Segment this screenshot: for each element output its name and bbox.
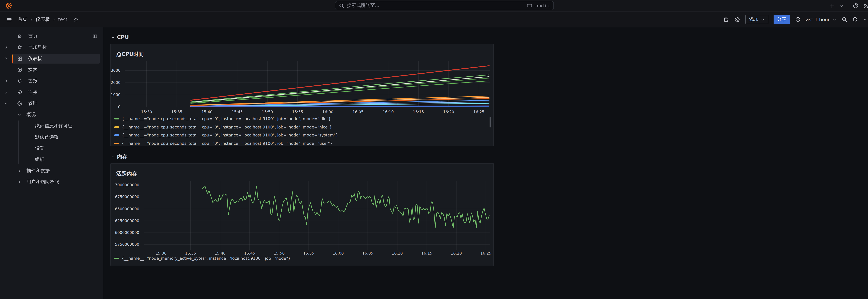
- breadcrumb-home[interactable]: 首页: [18, 16, 27, 23]
- sidebar-item-7[interactable]: 概况: [0, 109, 103, 120]
- refresh-interval-chevron-icon[interactable]: [863, 18, 867, 21]
- legend-item[interactable]: {__name__="node_memory_active_bytes", in…: [114, 256, 487, 261]
- new-chevron-down-icon[interactable]: [839, 4, 843, 8]
- section-row-cpu[interactable]: CPU: [111, 33, 868, 41]
- section-collapse-chevron-icon: [111, 35, 115, 39]
- sidebar-item-10[interactable]: 设置: [0, 143, 103, 154]
- sidebar-item-8[interactable]: 统计信息和许可证: [0, 120, 103, 131]
- sidebar-item-inner[interactable]: 已加星标: [12, 42, 100, 52]
- add-button[interactable]: 添加: [745, 15, 768, 24]
- refresh-icon[interactable]: [852, 17, 858, 22]
- news-rss-icon[interactable]: [863, 3, 868, 9]
- sidebar-item-11[interactable]: 组织: [0, 154, 103, 165]
- sidebar-item-4[interactable]: 警报: [0, 76, 103, 87]
- sidebar-expand-chevron-icon[interactable]: [18, 180, 22, 184]
- x-tick-label: 16:10: [383, 110, 394, 114]
- panel-title[interactable]: 活跃内存: [116, 171, 137, 177]
- sidebar-item-inner[interactable]: 管理: [12, 99, 100, 108]
- sidebar-item-inner[interactable]: 组织: [12, 155, 100, 165]
- sidebar-item-label: 管理: [28, 100, 37, 107]
- sidebar-item-inner[interactable]: 用户和访问权限: [12, 177, 100, 187]
- panel-cpu-time[interactable]: 总CPU时间 0100020003000 15:3015:3515:4015:4…: [111, 44, 494, 146]
- series-line-s2: [191, 75, 489, 102]
- legend-label: {__name__="node_cpu_seconds_total", cpu=…: [122, 133, 338, 138]
- sidebar-item-inner[interactable]: 设置: [12, 143, 100, 153]
- legend-label: {__name__="node_memory_active_bytes", in…: [122, 256, 290, 261]
- screenshot-root: 搜索或跳转至... cmd+k: [0, 0, 868, 299]
- favorite-star-icon[interactable]: [73, 17, 79, 22]
- chart-canvas[interactable]: [125, 61, 490, 107]
- section-title: CPU: [117, 34, 129, 40]
- sidebar-item-inner[interactable]: 概况: [12, 110, 100, 119]
- sidebar-item-1[interactable]: 已加星标: [0, 42, 103, 53]
- sidebar-item-inner[interactable]: 插件和数据: [12, 166, 100, 176]
- star-icon: [17, 44, 23, 50]
- section-row-memory[interactable]: 内存: [111, 152, 868, 161]
- chart-canvas[interactable]: [144, 181, 490, 250]
- zoom-out-icon[interactable]: [842, 17, 847, 22]
- time-range-picker[interactable]: Last 1 hour: [795, 17, 836, 22]
- sidebar-expand-chevron-icon[interactable]: [4, 79, 12, 83]
- series-line-s1: [191, 66, 489, 100]
- save-dashboard-icon[interactable]: [723, 17, 729, 22]
- sidebar-item-label: 组织: [35, 156, 44, 163]
- sidebar-item-5[interactable]: 连接: [0, 87, 103, 98]
- sidebar-item-label: 仪表板: [28, 55, 42, 62]
- panel-title[interactable]: 总CPU时间: [116, 51, 144, 58]
- menu-hamburger-icon[interactable]: [6, 17, 12, 22]
- legend-swatch: [114, 126, 119, 128]
- breadcrumb-dashboards[interactable]: 仪表板: [35, 16, 50, 23]
- sidebar-item-inner[interactable]: 仪表板: [12, 54, 100, 63]
- sidebar-item-6[interactable]: 管理: [0, 98, 103, 109]
- sidebar-item-2[interactable]: 仪表板: [0, 53, 103, 64]
- dashboard-settings-gear-icon[interactable]: [734, 17, 740, 22]
- undock-menu-icon[interactable]: [92, 33, 98, 39]
- cpu-plot-area[interactable]: [125, 61, 490, 107]
- cog-icon: [17, 101, 23, 106]
- topbar-divider: [848, 2, 848, 9]
- x-tick-label: 15:50: [274, 251, 284, 256]
- series-line-node_memory_active_bytes: [203, 186, 489, 228]
- memory-y-axis: 5750000000600000000062500000006500000000…: [111, 181, 141, 250]
- sidebar-item-9[interactable]: 默认首选项: [0, 131, 103, 143]
- search-input[interactable]: 搜索或跳转至... cmd+k: [335, 1, 554, 10]
- x-tick-label: 16:25: [473, 110, 484, 114]
- cpu-legend-scrollbar[interactable]: [490, 117, 491, 127]
- sidebar-item-inner[interactable]: 探索: [12, 65, 100, 74]
- sidebar-expand-chevron-icon[interactable]: [4, 90, 12, 94]
- legend-item[interactable]: {__name__="node_cpu_seconds_total", cpu=…: [114, 141, 487, 145]
- sidebar-item-inner[interactable]: 警报: [12, 76, 100, 86]
- sidebar-expand-chevron-icon[interactable]: [4, 45, 12, 50]
- legend-item[interactable]: {__name__="node_cpu_seconds_total", cpu=…: [114, 116, 487, 121]
- sidebar-expand-chevron-icon[interactable]: [18, 113, 22, 117]
- sidebar-item-13[interactable]: 用户和访问权限: [0, 176, 103, 188]
- legend-swatch: [114, 143, 119, 144]
- sidebar-item-3[interactable]: 探索: [0, 64, 103, 76]
- sidebar-expand-chevron-icon[interactable]: [4, 56, 12, 61]
- page-header: 首页 › 仪表板 › test 添加 分享: [0, 12, 868, 27]
- y-tick-label: 5750000000: [115, 242, 139, 247]
- panel-active-memory[interactable]: 活跃内存 57500000006000000000625000000065000…: [111, 163, 494, 266]
- x-tick-label: 16:05: [352, 110, 364, 114]
- breadcrumb-separator: ›: [53, 17, 55, 22]
- sidebar-item-inner[interactable]: 默认首选项: [12, 132, 100, 142]
- sidebar-expand-chevron-icon[interactable]: [4, 101, 12, 106]
- sidebar-item-12[interactable]: 插件和数据: [0, 165, 103, 176]
- page-body: 首页已加星标仪表板探索警报连接管理概况统计信息和许可证默认首选项设置组织插件和数…: [0, 27, 868, 299]
- memory-plot-area[interactable]: [144, 181, 490, 250]
- y-tick-label: 3000: [111, 68, 121, 73]
- sidebar-expand-chevron-icon[interactable]: [18, 169, 22, 173]
- sidebar-item-0[interactable]: 首页: [0, 31, 103, 42]
- sidebar-item-inner[interactable]: 首页: [12, 31, 100, 41]
- legend-item[interactable]: {__name__="node_cpu_seconds_total", cpu=…: [114, 124, 487, 129]
- legend-item[interactable]: {__name__="node_cpu_seconds_total", cpu=…: [114, 133, 487, 138]
- sidebar-item-inner[interactable]: 统计信息和许可证: [12, 121, 100, 131]
- grafana-logo-icon[interactable]: [5, 2, 13, 10]
- share-button[interactable]: 分享: [774, 15, 790, 24]
- grafana-app: 搜索或跳转至... cmd+k: [0, 0, 868, 299]
- sidebar-item-inner[interactable]: 连接: [12, 87, 100, 97]
- series-line-s5: [191, 81, 489, 103]
- new-plus-icon[interactable]: [829, 3, 835, 8]
- sidebar-item-label: 探索: [28, 67, 37, 73]
- help-icon[interactable]: [853, 3, 859, 9]
